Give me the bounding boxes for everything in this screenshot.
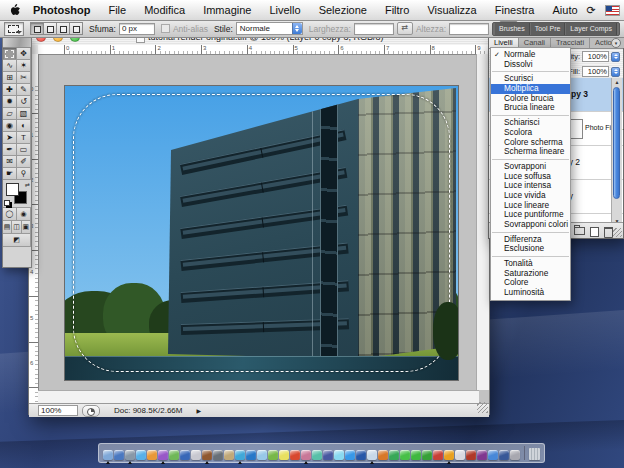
history-brush-tool[interactable]: ↺ — [17, 96, 31, 108]
delete-layer-icon[interactable] — [604, 227, 613, 238]
dock-icon[interactable] — [191, 450, 201, 460]
feather-input[interactable]: 0 px — [119, 23, 155, 35]
menu-filtro[interactable]: Filtro — [376, 1, 418, 20]
dock-icon[interactable] — [345, 450, 355, 460]
swap-dimensions-button[interactable]: ⇄ — [397, 22, 413, 35]
standard-screen-button[interactable]: ▤ — [3, 221, 12, 233]
dock-icon[interactable] — [103, 450, 113, 460]
palette-resize-grip[interactable] — [613, 228, 622, 237]
menu-visualizza[interactable]: Visualizza — [418, 1, 485, 20]
dock-icon[interactable] — [411, 450, 421, 460]
palette-collapse-icon[interactable]: ▾ — [611, 38, 621, 48]
brush-tool[interactable]: ✎ — [17, 84, 31, 96]
imageready-button[interactable]: ◩ — [3, 234, 31, 246]
dock-icon[interactable] — [158, 450, 168, 460]
height-input[interactable] — [449, 23, 489, 35]
dock-icon[interactable] — [279, 450, 289, 460]
type-tool[interactable]: T — [17, 132, 31, 144]
antialias-checkbox[interactable] — [161, 24, 170, 33]
blur-tool[interactable]: ◉ — [3, 120, 17, 132]
dock-icon[interactable] — [180, 450, 190, 460]
fullscreen-menu-button[interactable]: ◫ — [12, 221, 21, 233]
apple-menu-icon[interactable] — [10, 4, 21, 17]
dock-icon[interactable] — [268, 450, 278, 460]
menu-finestra[interactable]: Finestra — [486, 1, 544, 20]
dock-icon[interactable] — [202, 450, 212, 460]
dock-icon[interactable] — [334, 450, 344, 460]
dock-icon[interactable] — [301, 450, 311, 460]
fill-value[interactable]: 100% — [582, 66, 609, 77]
dock-icon[interactable] — [213, 450, 223, 460]
dock-icon[interactable] — [367, 450, 377, 460]
dock-icon[interactable] — [246, 450, 256, 460]
opacity-value[interactable]: 100% — [582, 51, 609, 62]
slice-tool[interactable]: ✂ — [17, 72, 31, 84]
dock-icon[interactable] — [499, 450, 509, 460]
dock-icon[interactable] — [488, 450, 498, 460]
foreground-color-swatch[interactable] — [6, 183, 19, 196]
blend-mode-dissolvi[interactable]: Dissolvi — [491, 60, 570, 70]
dock-icon[interactable] — [312, 450, 322, 460]
dock-icon[interactable] — [444, 450, 454, 460]
quickmask-mode-button[interactable]: ◉ — [17, 208, 31, 220]
dock-icon[interactable] — [510, 450, 520, 460]
zoom-level-input[interactable]: 100% — [38, 405, 78, 416]
gradient-tool[interactable]: ▧ — [17, 108, 31, 120]
horizontal-scrollbar[interactable] — [38, 390, 479, 404]
dock-icon[interactable] — [477, 450, 487, 460]
eyedropper-tool[interactable]: ✐ — [17, 156, 31, 168]
style-select[interactable]: Normale — [236, 22, 303, 35]
style-select-stepper[interactable] — [292, 23, 302, 34]
menu-photoshop[interactable]: Photoshop — [31, 1, 99, 20]
scrollbar-thumb[interactable] — [613, 87, 620, 199]
dock-icon[interactable] — [422, 450, 432, 460]
current-tool-preview[interactable] — [4, 22, 24, 36]
dock-icon[interactable] — [147, 450, 157, 460]
swap-colors-icon[interactable]: ⇄ — [25, 181, 30, 188]
blend-mode-saturazione[interactable]: Saturazione — [491, 269, 570, 279]
dock-icon[interactable] — [169, 450, 179, 460]
dock-icon[interactable] — [455, 450, 465, 460]
dock-icon[interactable] — [356, 450, 366, 460]
toolbox-header[interactable] — [3, 37, 31, 48]
dock-icon[interactable] — [290, 450, 300, 460]
menu-selezione[interactable]: Selezione — [310, 1, 376, 20]
dock-icon[interactable] — [400, 450, 410, 460]
intersect-selection-button[interactable] — [70, 22, 83, 35]
eraser-tool[interactable]: ▱ — [3, 108, 17, 120]
dodge-tool[interactable]: ◐ — [17, 120, 31, 132]
dock-icon[interactable] — [136, 450, 146, 460]
doc-size-info[interactable]: Doc: 908.5K/2.66M ▶ — [114, 406, 201, 415]
dock-icon[interactable] — [125, 450, 135, 460]
fill-stepper[interactable] — [611, 67, 620, 77]
horizontal-ruler[interactable]: 0123456789 — [38, 45, 491, 55]
status-pie-button[interactable] — [82, 405, 100, 417]
canvas-image[interactable] — [64, 85, 459, 381]
default-colors-icon[interactable] — [4, 200, 10, 206]
sync-icon[interactable]: ⟳ — [587, 4, 596, 17]
blend-mode-sovrapponi-colori[interactable]: Sovrapponi colori — [491, 220, 570, 230]
dock-icon[interactable] — [389, 450, 399, 460]
zoom-tool[interactable]: ⚲ — [17, 168, 31, 180]
scroll-up-icon[interactable]: ▲ — [612, 79, 622, 85]
blend-mode-luminosit[interactable]: Luminosità — [491, 288, 570, 298]
rectangular-marquee-tool[interactable] — [3, 48, 17, 60]
width-input[interactable] — [354, 23, 394, 35]
new-group-icon[interactable] — [574, 227, 585, 235]
hand-tool[interactable]: ☛ — [3, 168, 17, 180]
input-language-flag-icon[interactable] — [605, 5, 620, 16]
dock-icon[interactable] — [235, 450, 245, 460]
move-tool[interactable]: ✥ — [17, 48, 31, 60]
menu-modifica[interactable]: Modifica — [135, 1, 194, 20]
blend-mode-esclusione[interactable]: Esclusione — [491, 244, 570, 254]
well-tab-brushes[interactable]: Brushes — [495, 23, 530, 35]
blend-mode-scherma-lineare[interactable]: Scherma lineare — [491, 147, 570, 157]
subtract-selection-button[interactable] — [57, 22, 70, 35]
well-tab-layer-comps[interactable]: Layer Comps — [566, 23, 617, 35]
menu-aiuto[interactable]: Aiuto — [543, 1, 586, 20]
shape-tool[interactable]: ▭ — [17, 144, 31, 156]
new-selection-button[interactable] — [30, 22, 44, 35]
opacity-stepper[interactable] — [611, 52, 620, 62]
dock-icon[interactable] — [224, 450, 234, 460]
fullscreen-button[interactable]: ▣ — [22, 221, 31, 233]
